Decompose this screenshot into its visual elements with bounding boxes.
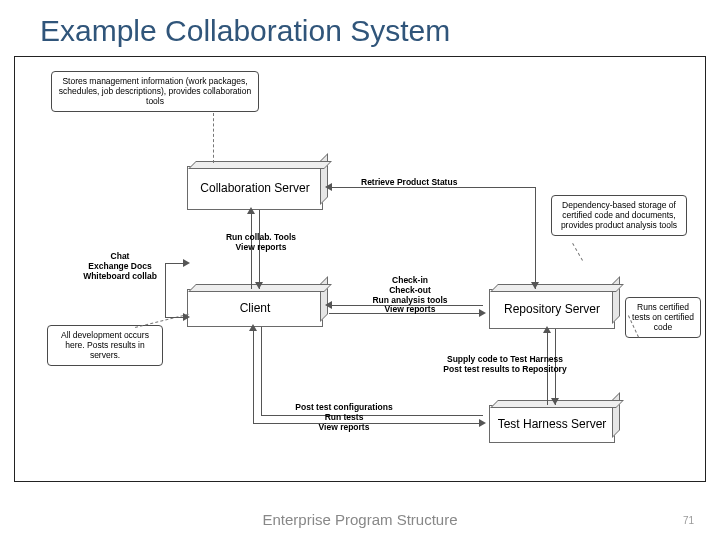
arrow-icon	[255, 282, 263, 289]
arrow-icon	[247, 207, 255, 214]
edge-label-chat: ChatExchange DocsWhiteboard collab	[70, 252, 170, 281]
arrow-icon	[249, 324, 257, 331]
edge-label-supply: Supply code to Test HarnessPost test res…	[415, 355, 595, 375]
arrow-icon	[479, 419, 486, 427]
edge-label-checkin: Check-inCheck-outRun analysis toolsView …	[355, 276, 465, 315]
slide: Example Collaboration System Collaborati…	[0, 0, 720, 540]
note-collab: Stores management information (work pack…	[51, 71, 259, 112]
arrow-icon	[325, 301, 332, 309]
callout-pointer	[213, 113, 214, 163]
note-client: All development occurs here. Posts resul…	[47, 325, 163, 366]
page-number: 71	[683, 515, 694, 526]
node-collaboration-server: Collaboration Server	[187, 166, 323, 210]
arrow-icon	[479, 309, 486, 317]
diagram-frame: Collaboration Server Client Repository S…	[14, 56, 706, 482]
page-title: Example Collaboration System	[40, 14, 450, 48]
edge-line	[261, 327, 262, 415]
note-repo: Dependency-based storage of certified co…	[551, 195, 687, 236]
callout-pointer	[572, 243, 583, 261]
arrow-icon	[531, 282, 539, 289]
node-test-harness-server: Test Harness Server	[489, 405, 615, 443]
arrow-icon	[543, 326, 551, 333]
edge-line	[253, 327, 254, 423]
arrow-icon	[183, 313, 190, 321]
edge-line	[535, 187, 536, 289]
edge-label-post-test: Post test configurationsRun testsView re…	[269, 403, 419, 432]
footer-title: Enterprise Program Structure	[0, 511, 720, 528]
arrow-icon	[551, 398, 559, 405]
arrow-icon	[183, 259, 190, 267]
arrow-icon	[325, 183, 332, 191]
edge-label-retrieve-status: Retrieve Product Status	[361, 178, 457, 188]
node-repository-server: Repository Server	[489, 289, 615, 329]
edge-label-run-collab: Run collab. ToolsView reports	[196, 233, 326, 253]
node-client: Client	[187, 289, 323, 327]
